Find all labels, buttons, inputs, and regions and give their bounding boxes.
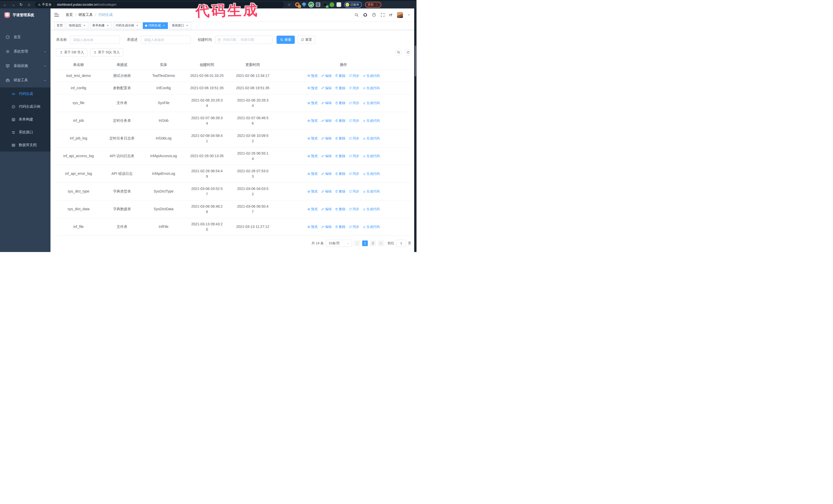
edit-link[interactable]: 编辑	[321, 153, 332, 159]
bookmark-star-icon[interactable]: ☆	[288, 3, 291, 7]
extension-alien-icon[interactable]	[330, 2, 334, 7]
delete-link[interactable]: 删除	[335, 207, 346, 212]
sidebar-item-codegen-example[interactable]: 代码生成示例	[0, 100, 50, 113]
tab-close-icon[interactable]: ×	[162, 24, 166, 27]
table-name-input[interactable]	[70, 35, 120, 44]
window-scrollbar[interactable]	[414, 8, 416, 252]
date-range-picker[interactable]: 开始日期 - 结束日期	[215, 35, 272, 44]
preview-link[interactable]: 预览	[307, 136, 318, 141]
delete-link[interactable]: 删除	[335, 153, 346, 159]
caret-down-icon[interactable]	[407, 14, 410, 17]
sync-link[interactable]: 同步	[349, 207, 359, 212]
sidebar-item-form-builder[interactable]: 表单构建	[0, 113, 50, 126]
delete-link[interactable]: 删除	[335, 224, 346, 230]
edit-link[interactable]: 编辑	[321, 171, 332, 176]
generate-code-link[interactable]: 生成代码	[363, 100, 380, 105]
edit-link[interactable]: 编辑	[321, 224, 332, 230]
address-bar[interactable]: ⚠ 不安全 dashboard.yudao.iocoder.cn/tool/co…	[35, 2, 284, 8]
generate-code-link[interactable]: 生成代码	[363, 207, 380, 212]
delete-link[interactable]: 删除	[335, 189, 346, 194]
extension-columns-icon[interactable]	[316, 2, 320, 7]
reset-button[interactable]: 重置	[297, 35, 315, 44]
preview-link[interactable]: 预览	[307, 73, 318, 78]
sync-link[interactable]: 同步	[349, 86, 359, 91]
toggle-search-button[interactable]	[395, 49, 402, 56]
preview-link[interactable]: 预览	[307, 224, 318, 230]
edit-link[interactable]: 编辑	[321, 118, 332, 123]
delete-link[interactable]: 删除	[335, 86, 346, 91]
sync-link[interactable]: 同步	[349, 224, 359, 230]
page-button-2[interactable]: 2	[370, 240, 376, 246]
browser-forward-icon[interactable]: →	[10, 2, 16, 7]
tab[interactable]: 首页	[54, 22, 65, 29]
preview-link[interactable]: 预览	[307, 86, 318, 91]
sidebar-item-system[interactable]: 系统管理	[0, 44, 50, 59]
sidebar-item-home[interactable]: 首页	[0, 30, 50, 44]
next-page-button[interactable]: ›	[378, 240, 384, 246]
goto-page-input[interactable]	[396, 240, 406, 247]
sync-link[interactable]: 同步	[349, 189, 359, 194]
help-icon[interactable]	[372, 13, 376, 17]
sync-link[interactable]: 同步	[349, 171, 359, 176]
tab[interactable]: 表单构建 ×	[90, 22, 112, 29]
extension-shield-icon[interactable]	[309, 2, 313, 7]
edit-link[interactable]: 编辑	[321, 100, 332, 105]
preview-link[interactable]: 预览	[307, 207, 318, 212]
page-button-1[interactable]: 1	[362, 240, 368, 246]
font-size-icon[interactable]: tT	[389, 13, 392, 17]
sync-link[interactable]: 同步	[349, 136, 359, 141]
tab-close-icon[interactable]: ×	[135, 24, 139, 27]
delete-link[interactable]: 删除	[335, 100, 346, 105]
sidebar-item-db-doc[interactable]: 数据库文档	[0, 139, 50, 151]
prev-page-button[interactable]: ‹	[354, 240, 360, 246]
sync-link[interactable]: 同步	[349, 100, 359, 105]
generate-code-link[interactable]: 生成代码	[363, 171, 380, 176]
scrollbar-thumb[interactable]	[415, 46, 416, 76]
fullscreen-icon[interactable]	[381, 13, 385, 17]
sync-link[interactable]: 同步	[349, 73, 359, 78]
search-icon[interactable]	[355, 13, 359, 17]
edit-link[interactable]: 编辑	[321, 86, 332, 91]
delete-link[interactable]: 删除	[335, 118, 346, 123]
generate-code-link[interactable]: 生成代码	[363, 86, 380, 91]
edit-link[interactable]: 编辑	[321, 136, 332, 141]
preview-link[interactable]: 预览	[307, 189, 318, 194]
generate-code-link[interactable]: 生成代码	[363, 118, 380, 123]
generate-code-link[interactable]: 生成代码	[363, 224, 380, 230]
extension-switch-icon[interactable]: on	[323, 2, 327, 7]
sidebar-item-system-api[interactable]: 系统接口	[0, 126, 50, 139]
browser-home-icon[interactable]: ⌂	[26, 2, 32, 7]
generate-code-link[interactable]: 生成代码	[363, 153, 380, 159]
github-icon[interactable]	[363, 13, 367, 17]
tab[interactable]: 链路追踪 ×	[67, 22, 89, 29]
sidebar-item-devtools[interactable]: 研发工具	[0, 73, 50, 88]
sidebar-item-codegen[interactable]: 代码生成	[0, 88, 50, 100]
tab-close-icon[interactable]: ×	[106, 24, 110, 27]
sync-link[interactable]: 同步	[349, 153, 359, 159]
import-db-button[interactable]: 基于 DB 导入	[56, 48, 88, 56]
preview-link[interactable]: 预览	[307, 100, 318, 105]
breadcrumb-devtools[interactable]: 研发工具	[78, 13, 93, 17]
browser-menu-icon[interactable]: ⋮	[376, 3, 379, 6]
edit-link[interactable]: 编辑	[321, 207, 332, 212]
page-size-select[interactable]: 10条/页	[326, 240, 352, 247]
hamburger-icon[interactable]	[54, 13, 59, 17]
preview-link[interactable]: 预览	[307, 118, 318, 123]
extension-gem-icon[interactable]	[302, 2, 307, 7]
browser-profile-chip[interactable]: 已暂停	[344, 2, 362, 8]
generate-code-link[interactable]: 生成代码	[363, 189, 380, 194]
tab[interactable]: 代码生成 ×	[143, 22, 168, 29]
sync-link[interactable]: 同步	[349, 118, 359, 123]
search-button[interactable]: 搜索	[277, 35, 295, 44]
delete-link[interactable]: 删除	[335, 171, 346, 176]
import-sql-button[interactable]: 基于 SQL 导入	[90, 48, 123, 56]
tab[interactable]: 系统接口 ×	[169, 22, 191, 29]
browser-reload-icon[interactable]: ↻	[18, 2, 24, 7]
extensions-puzzle-icon[interactable]	[336, 2, 341, 7]
tab[interactable]: 代码生成示例 ×	[113, 22, 141, 29]
refresh-table-button[interactable]	[405, 49, 411, 56]
browser-update-button[interactable]: 更新 ⋮	[365, 2, 381, 8]
tab-close-icon[interactable]: ×	[82, 24, 86, 27]
preview-link[interactable]: 预览	[307, 153, 318, 159]
delete-link[interactable]: 删除	[335, 136, 346, 141]
